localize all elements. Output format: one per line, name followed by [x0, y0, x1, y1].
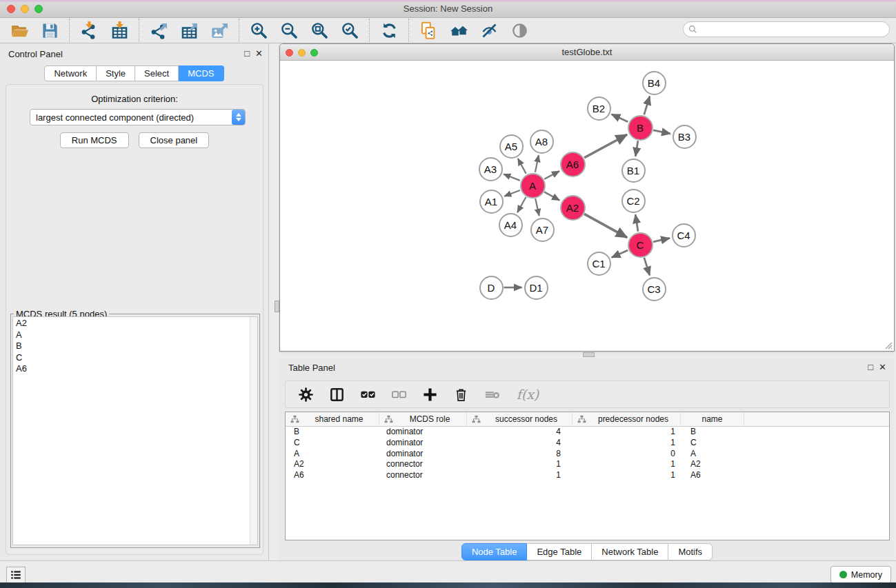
save-session-button[interactable]: [38, 20, 61, 41]
close-panel-icon[interactable]: ✕: [255, 48, 263, 59]
tab-network-table[interactable]: Network Table: [592, 543, 668, 560]
graph-node-A3[interactable]: A3: [479, 157, 503, 181]
task-history-button[interactable]: [6, 567, 26, 583]
graph-node-B1[interactable]: B1: [621, 159, 646, 183]
edge-B-B3[interactable]: [653, 130, 670, 134]
settings-button[interactable]: [295, 384, 316, 405]
zoom-selected-button[interactable]: [338, 20, 361, 41]
add-row-button[interactable]: [419, 384, 440, 405]
tab-network[interactable]: Network: [44, 65, 97, 81]
graph-node-C[interactable]: C: [628, 232, 653, 258]
edge-A2-C[interactable]: [584, 214, 627, 237]
export-image-button[interactable]: [208, 20, 231, 41]
edge-A-A7[interactable]: [535, 199, 539, 216]
graph-node-A8[interactable]: A8: [530, 130, 554, 154]
close-table-panel-icon[interactable]: ✕: [879, 362, 886, 372]
tab-style[interactable]: Style: [97, 65, 135, 81]
refresh-button[interactable]: [377, 20, 401, 41]
float-table-panel-icon[interactable]: □: [868, 362, 873, 372]
criterion-select[interactable]: largest connected component (directed): [30, 109, 246, 125]
splitter-handle-left[interactable]: [275, 301, 279, 312]
result-item[interactable]: A2: [13, 317, 257, 329]
result-item[interactable]: A6: [13, 363, 257, 374]
tab-select[interactable]: Select: [135, 65, 179, 81]
edge-C-C3[interactable]: [644, 258, 650, 276]
graph-node-B2[interactable]: B2: [587, 97, 611, 121]
edge-B-B4[interactable]: [644, 97, 650, 115]
graph-node-A6[interactable]: A6: [560, 152, 586, 177]
column-header-name[interactable]: name: [681, 412, 744, 426]
column-header-predecessor-nodes[interactable]: predecessor nodes: [573, 412, 681, 426]
show-graphics-details-button[interactable]: [508, 20, 531, 41]
tab-mcds[interactable]: MCDS: [179, 65, 223, 81]
graph-node-B4[interactable]: B4: [642, 71, 666, 95]
search-input[interactable]: [698, 23, 889, 36]
home-button[interactable]: [447, 20, 470, 41]
table-row[interactable]: A2connector11A2: [286, 459, 889, 470]
result-item[interactable]: B: [13, 340, 257, 352]
result-item[interactable]: A: [13, 329, 257, 341]
column-header-successor-nodes[interactable]: successor nodes: [467, 412, 573, 426]
network-canvas[interactable]: B4B2BB3A8A5A6A3B1AA1C2A2A4A7C4CC1DD1C3: [280, 61, 894, 351]
import-network-button[interactable]: [77, 20, 101, 41]
hide-annotations-button[interactable]: [477, 20, 501, 41]
network-window-titlebar[interactable]: testGlobe.txt: [280, 44, 894, 61]
export-table-button[interactable]: [177, 20, 201, 41]
graph-node-C3[interactable]: C3: [642, 277, 666, 301]
node-table[interactable]: shared nameMCDS rolesuccessor nodesprede…: [285, 412, 890, 540]
open-session-button[interactable]: [8, 20, 31, 41]
edge-C-C4[interactable]: [653, 238, 670, 241]
memory-button[interactable]: Memory: [830, 566, 891, 583]
table-row[interactable]: A6connector11A6: [286, 470, 889, 481]
edge-A-A1[interactable]: [504, 190, 520, 196]
resize-grip-icon[interactable]: [884, 341, 893, 349]
graph-node-A2[interactable]: A2: [560, 195, 586, 221]
close-panel-button[interactable]: Close panel: [139, 132, 210, 148]
table-row[interactable]: Bdominator41B: [286, 427, 889, 438]
graph-node-A4[interactable]: A4: [499, 213, 523, 237]
graph-node-A5[interactable]: A5: [499, 134, 524, 159]
delete-row-button[interactable]: [450, 384, 471, 405]
edge-B-B2[interactable]: [612, 114, 628, 122]
new-network-from-selection-button[interactable]: [417, 20, 440, 41]
tab-edge-table[interactable]: Edge Table: [527, 543, 592, 560]
column-selector-button[interactable]: [326, 384, 347, 405]
splitter-handle-bottom[interactable]: [583, 352, 595, 357]
zoom-fit-button[interactable]: [308, 20, 331, 41]
graph-node-B3[interactable]: B3: [673, 125, 697, 149]
float-panel-icon[interactable]: □: [244, 48, 250, 59]
result-item[interactable]: C: [13, 352, 257, 363]
edge-A-A2[interactable]: [544, 192, 559, 200]
select-all-button[interactable]: [357, 384, 378, 405]
edge-A-A6[interactable]: [544, 171, 559, 179]
edge-C-C1[interactable]: [612, 250, 628, 258]
deselect-all-button[interactable]: [388, 384, 409, 405]
result-scrollbar[interactable]: [250, 317, 257, 545]
edge-A-A8[interactable]: [535, 155, 539, 172]
graph-node-C2[interactable]: C2: [621, 189, 646, 213]
graph-node-C1[interactable]: C1: [587, 252, 611, 276]
column-header-MCDS-role[interactable]: MCDS role: [379, 412, 467, 426]
edge-A-A5[interactable]: [518, 159, 526, 174]
graph-node-A7[interactable]: A7: [530, 218, 555, 242]
edge-A6-B[interactable]: [584, 134, 627, 157]
graph-node-D1[interactable]: D1: [524, 276, 548, 300]
graph-node-D[interactable]: D: [479, 276, 504, 300]
mcds-result-list[interactable]: A2ABCA6: [12, 316, 258, 545]
tab-motifs[interactable]: Motifs: [668, 543, 713, 560]
export-network-button[interactable]: [147, 20, 170, 41]
import-table-button[interactable]: [108, 20, 131, 41]
tab-node-table[interactable]: Node Table: [461, 543, 528, 560]
edge-B-B1[interactable]: [635, 141, 638, 156]
zoom-out-button[interactable]: [277, 20, 301, 41]
table-row[interactable]: Cdominator41C: [286, 438, 889, 449]
graph-node-B[interactable]: B: [628, 115, 653, 141]
edge-C-C2[interactable]: [635, 214, 638, 231]
edge-A-A4[interactable]: [517, 197, 526, 212]
column-header-shared-name[interactable]: shared name: [286, 412, 379, 426]
graph-node-C4[interactable]: C4: [672, 223, 696, 247]
search-field[interactable]: [683, 21, 890, 37]
edge-A-A3[interactable]: [504, 174, 520, 181]
run-mcds-button[interactable]: Run MCDS: [60, 132, 129, 148]
zoom-in-button[interactable]: [247, 20, 270, 41]
